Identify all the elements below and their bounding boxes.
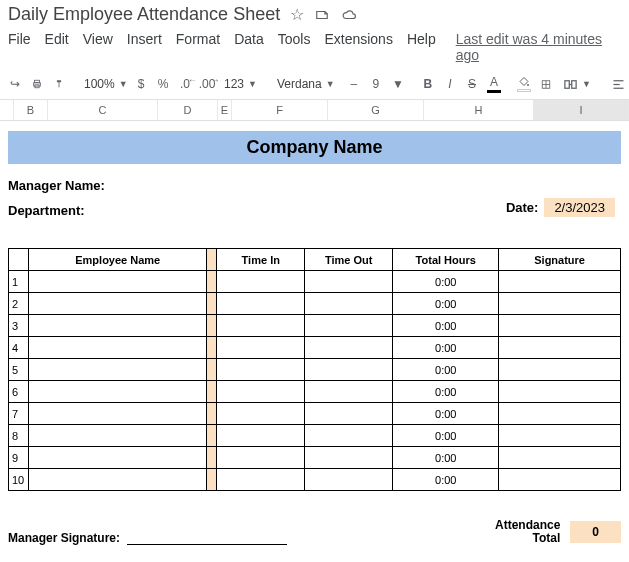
cell-sig[interactable] bbox=[499, 381, 621, 403]
th-sig[interactable]: Signature bbox=[499, 249, 621, 271]
cell-rownum[interactable]: 3 bbox=[9, 315, 29, 337]
col-header-i[interactable]: I bbox=[534, 100, 629, 120]
cell-name[interactable] bbox=[29, 425, 207, 447]
cell-timeout[interactable] bbox=[305, 447, 393, 469]
star-icon[interactable]: ☆ bbox=[290, 5, 304, 24]
cell-name[interactable] bbox=[29, 271, 207, 293]
cell-sig[interactable] bbox=[499, 315, 621, 337]
cell-name[interactable] bbox=[29, 337, 207, 359]
cell-timein[interactable] bbox=[217, 469, 305, 491]
cell-sig[interactable] bbox=[499, 293, 621, 315]
cell-timein[interactable] bbox=[217, 293, 305, 315]
cell-timein[interactable] bbox=[217, 447, 305, 469]
menu-edit[interactable]: Edit bbox=[45, 31, 69, 63]
dec-decimal-button[interactable]: .0← bbox=[176, 73, 194, 95]
cell-gap[interactable] bbox=[207, 293, 217, 315]
manager-signature[interactable]: Manager Signature: bbox=[8, 531, 287, 545]
cell-hours[interactable]: 0:00 bbox=[393, 447, 499, 469]
cell-timeout[interactable] bbox=[305, 359, 393, 381]
align-button[interactable]: ▼ bbox=[607, 75, 629, 94]
col-header-g[interactable]: G bbox=[328, 100, 424, 120]
cell-timein[interactable] bbox=[217, 337, 305, 359]
cell-sig[interactable] bbox=[499, 271, 621, 293]
cell-timeout[interactable] bbox=[305, 337, 393, 359]
menu-view[interactable]: View bbox=[83, 31, 113, 63]
cell-sig[interactable] bbox=[499, 447, 621, 469]
cell-sig[interactable] bbox=[499, 403, 621, 425]
menu-file[interactable]: File bbox=[8, 31, 31, 63]
th-hrs[interactable]: Total Hours bbox=[393, 249, 499, 271]
cell-rownum[interactable]: 8 bbox=[9, 425, 29, 447]
menu-data[interactable]: Data bbox=[234, 31, 264, 63]
th-out[interactable]: Time Out bbox=[305, 249, 393, 271]
menu-insert[interactable]: Insert bbox=[127, 31, 162, 63]
cell-rownum[interactable]: 1 bbox=[9, 271, 29, 293]
merge-cells-button[interactable]: ▼ bbox=[559, 75, 595, 94]
cell-name[interactable] bbox=[29, 315, 207, 337]
cell-rownum[interactable]: 4 bbox=[9, 337, 29, 359]
col-header-e[interactable]: E bbox=[218, 100, 232, 120]
print-icon[interactable] bbox=[28, 73, 46, 95]
th-in[interactable]: Time In bbox=[217, 249, 305, 271]
cell-gap[interactable] bbox=[207, 447, 217, 469]
cell-sig[interactable] bbox=[499, 425, 621, 447]
th-gap[interactable] bbox=[207, 249, 217, 271]
cell-timein[interactable] bbox=[217, 359, 305, 381]
cell-name[interactable] bbox=[29, 469, 207, 491]
menu-extensions[interactable]: Extensions bbox=[324, 31, 392, 63]
cell-hours[interactable]: 0:00 bbox=[393, 381, 499, 403]
col-header-blank[interactable] bbox=[0, 100, 14, 120]
th-name[interactable]: Employee Name bbox=[29, 249, 207, 271]
cell-timein[interactable] bbox=[217, 315, 305, 337]
cell-timeout[interactable] bbox=[305, 293, 393, 315]
sheet-area[interactable]: Company Name Manager Name: Department: D… bbox=[0, 121, 629, 555]
cell-rownum[interactable]: 7 bbox=[9, 403, 29, 425]
menu-tools[interactable]: Tools bbox=[278, 31, 311, 63]
cell-gap[interactable] bbox=[207, 381, 217, 403]
italic-button[interactable]: I bbox=[441, 73, 459, 95]
th-blank[interactable] bbox=[9, 249, 29, 271]
cell-sig[interactable] bbox=[499, 359, 621, 381]
date-value[interactable]: 2/3/2023 bbox=[544, 198, 615, 217]
zoom-select[interactable]: 100%▼ bbox=[80, 75, 120, 93]
cell-timeout[interactable] bbox=[305, 315, 393, 337]
font-size-inc[interactable]: ▼ bbox=[389, 73, 407, 95]
date-label[interactable]: Date: bbox=[506, 200, 539, 215]
cell-gap[interactable] bbox=[207, 271, 217, 293]
cell-timeout[interactable] bbox=[305, 271, 393, 293]
cell-gap[interactable] bbox=[207, 425, 217, 447]
cloud-icon[interactable] bbox=[340, 8, 358, 22]
font-size-value[interactable]: 9 bbox=[367, 73, 385, 95]
cell-timein[interactable] bbox=[217, 381, 305, 403]
cell-hours[interactable]: 0:00 bbox=[393, 403, 499, 425]
cell-gap[interactable] bbox=[207, 315, 217, 337]
cell-timeout[interactable] bbox=[305, 381, 393, 403]
currency-button[interactable]: $ bbox=[132, 73, 150, 95]
strike-button[interactable]: S bbox=[463, 73, 481, 95]
cell-sig[interactable] bbox=[499, 337, 621, 359]
cell-gap[interactable] bbox=[207, 359, 217, 381]
doc-title[interactable]: Daily Employee Attendance Sheet bbox=[8, 4, 280, 25]
manager-name-label[interactable]: Manager Name: bbox=[8, 178, 621, 193]
cell-hours[interactable]: 0:00 bbox=[393, 271, 499, 293]
attendance-total-value[interactable]: 0 bbox=[570, 521, 621, 543]
menu-format[interactable]: Format bbox=[176, 31, 220, 63]
redo-icon[interactable]: ↪ bbox=[6, 73, 24, 95]
cell-hours[interactable]: 0:00 bbox=[393, 337, 499, 359]
cell-rownum[interactable]: 9 bbox=[9, 447, 29, 469]
inc-decimal-button[interactable]: .00→ bbox=[198, 73, 216, 95]
cell-timeout[interactable] bbox=[305, 469, 393, 491]
cell-name[interactable] bbox=[29, 381, 207, 403]
cell-timein[interactable] bbox=[217, 271, 305, 293]
cell-timein[interactable] bbox=[217, 403, 305, 425]
text-color-button[interactable]: A bbox=[485, 73, 503, 95]
last-edit-link[interactable]: Last edit was 4 minutes ago bbox=[456, 31, 621, 63]
col-header-h[interactable]: H bbox=[424, 100, 534, 120]
cell-hours[interactable]: 0:00 bbox=[393, 469, 499, 491]
font-size-dec[interactable]: – bbox=[345, 73, 363, 95]
percent-button[interactable]: % bbox=[154, 73, 172, 95]
paint-format-icon[interactable] bbox=[50, 73, 68, 95]
cell-hours[interactable]: 0:00 bbox=[393, 315, 499, 337]
company-name-banner[interactable]: Company Name bbox=[8, 131, 621, 164]
move-icon[interactable] bbox=[314, 8, 330, 22]
